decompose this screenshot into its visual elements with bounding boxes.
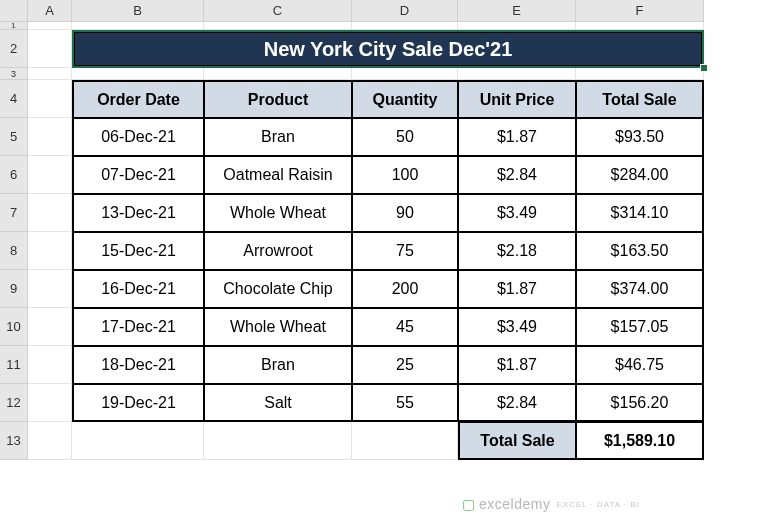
row-header-8[interactable]: 8 [0, 232, 28, 270]
row-header-6[interactable]: 6 [0, 156, 28, 194]
cell-B1[interactable] [72, 22, 204, 30]
col-header-F[interactable]: F [576, 0, 704, 22]
cell-total-sale[interactable]: $46.75 [576, 346, 704, 384]
cell-total-sale[interactable]: $374.00 [576, 270, 704, 308]
cell-quantity[interactable]: 200 [352, 270, 458, 308]
cell-quantity[interactable]: 55 [352, 384, 458, 422]
selection-handle-icon[interactable] [700, 64, 708, 72]
col-header-C[interactable]: C [204, 0, 352, 22]
column-headers: A B C D E F [28, 0, 768, 22]
cell-order-date[interactable]: 19-Dec-21 [72, 384, 204, 422]
cell-B3[interactable] [72, 68, 204, 80]
cell-B13[interactable] [72, 422, 204, 460]
cell-unit-price[interactable]: $3.49 [458, 194, 576, 232]
cell-D13[interactable] [352, 422, 458, 460]
row-header-9[interactable]: 9 [0, 270, 28, 308]
cell-E1[interactable] [458, 22, 576, 30]
cell-A3[interactable] [28, 68, 72, 80]
cell-gutter[interactable] [28, 270, 72, 308]
cell-total-sale[interactable]: $157.05 [576, 308, 704, 346]
cell-D3[interactable] [352, 68, 458, 80]
cell-product[interactable]: Salt [204, 384, 352, 422]
cell-quantity[interactable]: 75 [352, 232, 458, 270]
cell-quantity[interactable]: 45 [352, 308, 458, 346]
cell-unit-price[interactable]: $1.87 [458, 270, 576, 308]
cell-unit-price[interactable]: $2.18 [458, 232, 576, 270]
cell-gutter[interactable] [28, 308, 72, 346]
cell-order-date[interactable]: 13-Dec-21 [72, 194, 204, 232]
header-unit-price[interactable]: Unit Price [458, 80, 576, 118]
row-header-5[interactable]: 5 [0, 118, 28, 156]
cell-order-date[interactable]: 15-Dec-21 [72, 232, 204, 270]
watermark-sub: EXCEL · DATA · BI [556, 500, 640, 509]
cell-quantity[interactable]: 50 [352, 118, 458, 156]
select-all-corner[interactable] [0, 0, 28, 22]
footer-total-value[interactable]: $1,589.10 [576, 422, 704, 460]
cell-unit-price[interactable]: $1.87 [458, 118, 576, 156]
title-cell[interactable]: New York City Sale Dec'21 [72, 30, 704, 68]
cell-total-sale[interactable]: $163.50 [576, 232, 704, 270]
row-header-10[interactable]: 10 [0, 308, 28, 346]
cell-quantity[interactable]: 25 [352, 346, 458, 384]
cell-unit-price[interactable]: $1.87 [458, 346, 576, 384]
cell-total-sale[interactable]: $93.50 [576, 118, 704, 156]
cell-D1[interactable] [352, 22, 458, 30]
header-total-sale[interactable]: Total Sale [576, 80, 704, 118]
header-product[interactable]: Product [204, 80, 352, 118]
cell-total-sale[interactable]: $284.00 [576, 156, 704, 194]
cell-gutter[interactable] [28, 156, 72, 194]
cell-C3[interactable] [204, 68, 352, 80]
col-header-D[interactable]: D [352, 0, 458, 22]
cell-gutter[interactable] [28, 118, 72, 156]
cell-A1[interactable] [28, 22, 72, 30]
cell-unit-price[interactable]: $3.49 [458, 308, 576, 346]
cell-A2[interactable] [28, 30, 72, 68]
cell-gutter[interactable] [28, 346, 72, 384]
cell-order-date[interactable]: 07-Dec-21 [72, 156, 204, 194]
cell-F3[interactable] [576, 68, 704, 80]
row-header-4[interactable]: 4 [0, 80, 28, 118]
header-order-date[interactable]: Order Date [72, 80, 204, 118]
cell-product[interactable]: Chocolate Chip [204, 270, 352, 308]
header-quantity[interactable]: Quantity [352, 80, 458, 118]
row-header-3[interactable]: 3 [0, 68, 28, 80]
cell-unit-price[interactable]: $2.84 [458, 156, 576, 194]
row-header-7[interactable]: 7 [0, 194, 28, 232]
cell-order-date[interactable]: 06-Dec-21 [72, 118, 204, 156]
grid: New York City Sale Dec'21 Order Date Pro… [28, 22, 704, 460]
row-header-1[interactable]: 1 [0, 22, 28, 30]
cell-gutter[interactable] [28, 384, 72, 422]
cell-total-sale[interactable]: $314.10 [576, 194, 704, 232]
col-header-A[interactable]: A [28, 0, 72, 22]
table-row: 17-Dec-21Whole Wheat45$3.49$157.05 [28, 308, 704, 346]
cell-quantity[interactable]: 90 [352, 194, 458, 232]
cell-C13[interactable] [204, 422, 352, 460]
cell-E3[interactable] [458, 68, 576, 80]
cell-product[interactable]: Arrowroot [204, 232, 352, 270]
row-headers: 1 2 3 4 5 6 7 8 9 10 11 12 13 [0, 22, 28, 460]
cell-product[interactable]: Oatmeal Raisin [204, 156, 352, 194]
cell-product[interactable]: Whole Wheat [204, 308, 352, 346]
cell-A4[interactable] [28, 80, 72, 118]
row-header-13[interactable]: 13 [0, 422, 28, 460]
cell-total-sale[interactable]: $156.20 [576, 384, 704, 422]
cell-product[interactable]: Bran [204, 346, 352, 384]
col-header-E[interactable]: E [458, 0, 576, 22]
footer-total-label[interactable]: Total Sale [458, 422, 576, 460]
cell-order-date[interactable]: 16-Dec-21 [72, 270, 204, 308]
row-header-11[interactable]: 11 [0, 346, 28, 384]
cell-gutter[interactable] [28, 232, 72, 270]
row-header-2[interactable]: 2 [0, 30, 28, 68]
cell-order-date[interactable]: 17-Dec-21 [72, 308, 204, 346]
cell-product[interactable]: Whole Wheat [204, 194, 352, 232]
cell-quantity[interactable]: 100 [352, 156, 458, 194]
cell-F1[interactable] [576, 22, 704, 30]
cell-unit-price[interactable]: $2.84 [458, 384, 576, 422]
col-header-B[interactable]: B [72, 0, 204, 22]
row-header-12[interactable]: 12 [0, 384, 28, 422]
cell-gutter[interactable] [28, 194, 72, 232]
cell-product[interactable]: Bran [204, 118, 352, 156]
cell-order-date[interactable]: 18-Dec-21 [72, 346, 204, 384]
cell-A13[interactable] [28, 422, 72, 460]
cell-C1[interactable] [204, 22, 352, 30]
